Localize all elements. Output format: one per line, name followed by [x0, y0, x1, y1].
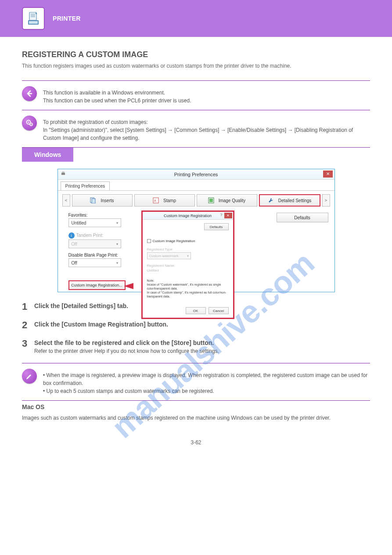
disable-blank-select[interactable]: Off▾: [68, 258, 121, 267]
header-section-title: PRINTER: [53, 15, 81, 22]
back-arrow-icon: [22, 86, 37, 101]
chevron-down-icon: ▾: [116, 261, 118, 265]
tab-prev-button[interactable]: <: [62, 194, 70, 207]
printing-preferences-window: Printing Preferences ✕ Printing Preferen…: [58, 169, 335, 292]
note-label: Note:: [147, 279, 155, 282]
tab-printing-preferences[interactable]: Printing Preferences: [61, 181, 110, 190]
separator: [22, 400, 370, 401]
tab-strip: < Inserts A Stamp Image Quality Detailed…: [58, 191, 334, 208]
separator: [22, 147, 370, 148]
svg-text:A: A: [154, 199, 156, 202]
page-title: REGISTERING A CUSTOM IMAGE: [22, 50, 370, 59]
settings-callout: To prohibit the registration of custom i…: [22, 110, 370, 147]
dialog-titlebar: Custom Image Registration ? ✕: [143, 212, 233, 220]
chevron-down-icon: ▾: [116, 242, 118, 246]
custom-image-checkbox[interactable]: Custom Image Registration: [147, 239, 229, 243]
image-quality-icon: [208, 197, 214, 203]
windows-section-label: Windows: [22, 148, 73, 162]
window-titlebar: Printing Preferences ✕: [58, 169, 334, 180]
note-text: This function is available in a Windows …: [43, 86, 191, 105]
chevron-down-icon: ▾: [116, 221, 118, 225]
favorites-select[interactable]: Untitled▾: [68, 218, 121, 227]
ok-button[interactable]: OK: [186, 307, 206, 314]
tandem-print-select: Off▾: [68, 239, 121, 248]
svg-rect-2: [29, 12, 36, 20]
custom-image-dialog: Custom Image Registration ? ✕ Defaults C…: [141, 210, 234, 319]
step-number: 1: [22, 301, 34, 312]
wrench-icon: [268, 197, 274, 203]
step-3-title: Select the file to be registered and cli…: [34, 338, 219, 346]
step-2-title: Click the [Custom Image Registration] bu…: [34, 319, 168, 328]
registered-type-select: Custom watermark▾: [147, 252, 191, 259]
registered-name-value: Untitled: [147, 268, 229, 272]
step-1-title: Click the [Detailed Settings] tab.: [34, 301, 128, 309]
footnote-callout: • When the image is registered, a previe…: [22, 363, 370, 400]
svg-rect-10: [61, 173, 65, 175]
registered-name-label: Registered Name:: [147, 264, 229, 268]
page-description: This function registers images used as c…: [22, 62, 370, 70]
stamp-icon: A: [153, 197, 159, 203]
step-3: 3 Select the file to be registered and c…: [22, 338, 370, 354]
svg-rect-13: [92, 199, 95, 203]
pencil-icon: [22, 369, 37, 384]
dialog-title: Custom Image Registration: [164, 214, 212, 218]
settings-text: To prohibit the registration of custom i…: [43, 116, 370, 142]
step-number: 2: [22, 319, 34, 331]
close-icon[interactable]: ✕: [224, 213, 232, 218]
cancel-button[interactable]: Cancel: [209, 307, 229, 314]
inserts-icon: [90, 197, 96, 203]
svg-rect-17: [209, 199, 213, 202]
header-bar: PRINTER: [0, 0, 392, 37]
tab-inserts[interactable]: Inserts: [72, 194, 133, 207]
registered-type-label: Registered Type:: [147, 247, 229, 251]
page-number: 3-62: [22, 439, 370, 446]
help-icon[interactable]: ?: [220, 213, 222, 217]
note-body: Incase of "Custom watermark", it's regis…: [147, 283, 227, 298]
info-icon: i: [68, 232, 75, 239]
mac-description: Images such as custom watermarks and cus…: [22, 414, 370, 422]
svg-rect-11: [62, 171, 65, 173]
tab-detailed-settings[interactable]: Detailed Settings: [259, 194, 320, 207]
custom-image-registration-button[interactable]: Custom Image Registration...: [68, 280, 126, 290]
callout-pointer-icon: [124, 282, 136, 290]
svg-point-7: [28, 122, 29, 123]
dialog-defaults-button[interactable]: Defaults: [204, 223, 229, 230]
tab-next-button[interactable]: >: [322, 194, 330, 207]
window-title: Printing Preferences: [174, 172, 218, 177]
svg-point-9: [31, 124, 32, 125]
tab-stamp[interactable]: A Stamp: [134, 194, 195, 207]
svg-rect-1: [29, 21, 38, 24]
step-3-body: Refer to the printer driver Help if you …: [34, 348, 219, 354]
printer-logo-icon: [22, 7, 45, 30]
chevron-down-icon: ▾: [187, 254, 189, 258]
mac-section-label: Mac OS: [22, 403, 370, 410]
checkbox-icon: [147, 239, 151, 243]
step-number: 3: [22, 338, 34, 349]
tab-image-quality[interactable]: Image Quality: [197, 194, 257, 207]
close-icon[interactable]: ✕: [323, 170, 333, 178]
gear-icon: [22, 116, 37, 131]
step-2: 2 Click the [Custom Image Registration] …: [22, 319, 370, 331]
note-callout: This function is available in a Windows …: [22, 81, 370, 110]
footnote-text: • When the image is registered, a previe…: [43, 369, 370, 395]
printer-small-icon: [61, 171, 66, 177]
defaults-button[interactable]: Defaults: [277, 213, 328, 222]
